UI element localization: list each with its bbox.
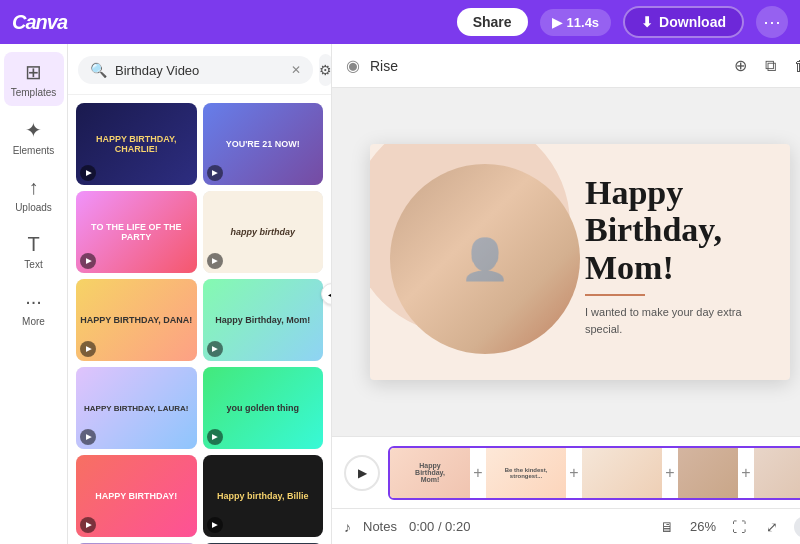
sidebar-item-templates[interactable]: ⊞ Templates — [4, 52, 64, 106]
fullscreen-icon: ⤢ — [766, 519, 778, 535]
filter-icon: ⚙ — [319, 62, 332, 78]
template-item[interactable]: Happy birthday, Billie ▶ — [203, 455, 324, 537]
sidebar-item-more[interactable]: ··· More — [4, 282, 64, 335]
fit-screen-button[interactable]: ⛶ — [728, 515, 750, 539]
topbar: Canva Share ▶ 11.4s ⬇ Download ⋯ — [0, 0, 800, 44]
template-item[interactable]: Happy Birthday, Mom! ▶ — [203, 279, 324, 361]
timeline-add-icon-2: + — [566, 448, 582, 498]
template-item[interactable]: TO THE LIFE OF THE PARTY ▶ — [76, 191, 197, 273]
search-icon: 🔍 — [90, 62, 107, 78]
canva-logo: Canva — [12, 11, 67, 34]
sidebar-item-elements[interactable]: ✦ Elements — [4, 110, 64, 164]
download-button[interactable]: ⬇ Download — [623, 6, 744, 38]
canvas-subtitle: I wanted to make your day extra special. — [585, 304, 770, 337]
play-triangle-icon: ▶ — [358, 466, 367, 480]
canvas-toolbar: ◉ Rise ⊕ ⧉ 🗑 — [332, 44, 800, 88]
play-button[interactable]: ▶ — [344, 455, 380, 491]
template-item[interactable]: HAPPY BIRTHDAY! ▶ — [76, 455, 197, 537]
canvas-wrapper: 👤 Happy Birthday, Mom! I wanted to make … — [332, 88, 800, 436]
add-icon: ⊕ — [734, 57, 747, 74]
trash-icon: 🗑 — [794, 57, 800, 74]
notes-icon: ♪ — [344, 519, 351, 535]
templates-icon: ⊞ — [25, 60, 42, 84]
canvas-title: Happy Birthday, Mom! — [585, 174, 770, 286]
canvas-photo: 👤 — [390, 164, 580, 354]
timeline-frames: HappyBirthday,Mom! + Be the kindest,stro… — [388, 446, 800, 500]
zoom-label: 26% — [690, 519, 716, 534]
filter-button[interactable]: ⚙ — [319, 54, 332, 86]
canvas-area: ◉ Rise ⊕ ⧉ 🗑 👤 Happy — [332, 44, 800, 544]
sidebar-item-uploads[interactable]: ↑ Uploads — [4, 168, 64, 221]
fullscreen-button[interactable]: ⤢ — [762, 515, 782, 539]
templates-panel: 🔍 ✕ ⚙ HAPPY BIRTHDAY, CHARLIE! ▶ YOU'RE … — [68, 44, 332, 544]
search-bar: 🔍 ✕ ⚙ — [68, 44, 331, 95]
elements-icon: ✦ — [25, 118, 42, 142]
timeline-frame-4[interactable] — [678, 448, 738, 498]
icon-sidebar: ⊞ Templates ✦ Elements ↑ Uploads T Text … — [0, 44, 68, 544]
timeline-frame-5[interactable] — [754, 448, 800, 498]
delete-button[interactable]: 🗑 — [790, 53, 800, 79]
duplicate-button[interactable]: ⧉ — [761, 53, 780, 79]
template-item[interactable]: HAPPY BIRTHDAY, DANA! ▶ — [76, 279, 197, 361]
timeline-frame-2[interactable]: Be the kindest,strongest... — [486, 448, 566, 498]
timeline: ▶ HappyBirthday,Mom! + Be the kindest,st… — [332, 436, 800, 508]
timer-value: 11.4s — [567, 15, 600, 30]
clear-search-icon[interactable]: ✕ — [291, 63, 301, 77]
help-button[interactable]: ? — [794, 516, 800, 538]
main-area: ⊞ Templates ✦ Elements ↑ Uploads T Text … — [0, 44, 800, 544]
play-icon: ▶ — [552, 15, 562, 30]
timeline-add-icon: + — [470, 448, 486, 498]
canvas-design[interactable]: 👤 Happy Birthday, Mom! I wanted to make … — [370, 144, 790, 380]
uploads-icon: ↑ — [29, 176, 39, 199]
template-item[interactable]: you golden thing ▶ — [203, 367, 324, 449]
fit-icon: ⛶ — [732, 519, 746, 535]
canvas-text-area: Happy Birthday, Mom! I wanted to make yo… — [585, 174, 770, 337]
bottom-bar: ♪ Notes 0:00 / 0:20 🖥 26% ⛶ ⤢ ? — [332, 508, 800, 544]
timer-button[interactable]: ▶ 11.4s — [540, 9, 612, 36]
timeline-frame-1[interactable]: HappyBirthday,Mom! — [390, 448, 470, 498]
timeline-add-icon-4: + — [738, 448, 754, 498]
canvas-divider — [585, 294, 645, 296]
search-wrapper: 🔍 ✕ — [78, 56, 313, 84]
template-item[interactable]: happy birthday ▶ — [203, 191, 324, 273]
templates-grid: HAPPY BIRTHDAY, CHARLIE! ▶ YOU'RE 21 NOW… — [68, 95, 331, 544]
more-icon: ··· — [25, 290, 42, 313]
photo-placeholder: 👤 — [390, 164, 580, 354]
time-display: 0:00 / 0:20 — [409, 519, 470, 534]
design-name-icon: ◉ — [346, 56, 360, 75]
sidebar-item-text[interactable]: T Text — [4, 225, 64, 278]
design-name: Rise — [370, 58, 398, 74]
more-options-button[interactable]: ⋯ — [756, 6, 788, 38]
template-item[interactable]: YOU'RE 21 NOW! ▶ — [203, 103, 324, 185]
timeline-frame-3[interactable] — [582, 448, 662, 498]
share-button[interactable]: Share — [457, 8, 528, 36]
search-input[interactable] — [115, 63, 283, 78]
add-page-button[interactable]: ⊕ — [730, 52, 751, 79]
desktop-icon: 🖥 — [660, 519, 674, 535]
download-icon: ⬇ — [641, 14, 653, 30]
text-icon: T — [27, 233, 39, 256]
copy-icon: ⧉ — [765, 57, 776, 74]
notes-label[interactable]: Notes — [363, 519, 397, 534]
template-item[interactable]: HAPPY BIRTHDAY, CHARLIE! ▶ — [76, 103, 197, 185]
template-item[interactable]: HAPPY BIRTHDAY, LAURA! ▶ — [76, 367, 197, 449]
desktop-icon-button[interactable]: 🖥 — [656, 515, 678, 539]
timeline-add-icon-3: + — [662, 448, 678, 498]
